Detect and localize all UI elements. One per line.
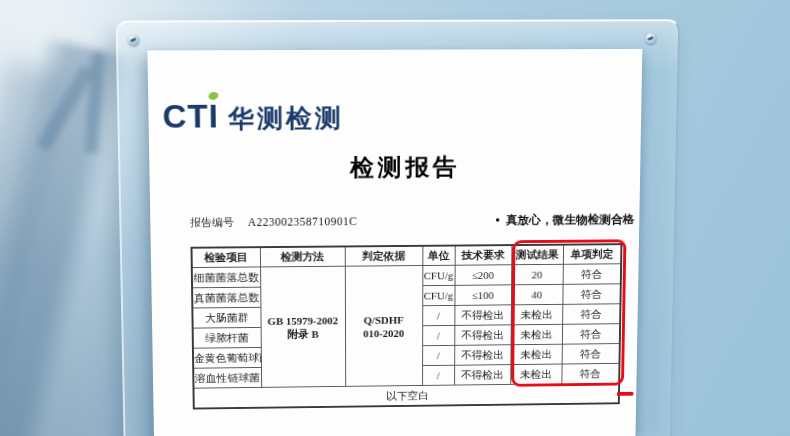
red-dash-mark — [617, 392, 633, 396]
screw-icon — [128, 35, 139, 46]
cell-unit: / — [422, 365, 454, 385]
cell-requirement: ≤100 — [454, 285, 511, 306]
cell-requirement: 不得检出 — [454, 365, 510, 385]
column-header: 检测方法 — [260, 246, 345, 266]
cell-basis-line: Q/SDHF — [345, 312, 421, 326]
cell-result: 20 — [511, 264, 563, 285]
cell-unit: CFU/g — [422, 285, 454, 305]
cell-result: 40 — [511, 284, 563, 305]
cell-item: 金黄色葡萄球菌 — [193, 347, 261, 368]
report-number-label: 报告编号 — [190, 216, 234, 228]
column-header: 判定依据 — [345, 246, 423, 266]
footer-cell: 以下空白 — [193, 383, 619, 408]
cell-unit: / — [422, 325, 454, 345]
cti-logo-text: CTI — [162, 100, 219, 133]
cell-judgement: 符合 — [561, 363, 619, 383]
cell-result: 未检出 — [510, 364, 561, 384]
cell-item: 大肠菌群 — [192, 307, 260, 328]
cell-judgement: 符合 — [562, 304, 620, 325]
table-body: 细菌菌落总数GB 15979-2002附录 BQ/SDHF010-2020CFU… — [192, 264, 621, 409]
cell-method: GB 15979-2002附录 B — [260, 266, 345, 387]
cell-item: 真菌菌落总数 — [192, 287, 260, 308]
cell-judgement: 符合 — [562, 284, 620, 305]
cell-judgement: 符合 — [562, 324, 620, 344]
cell-method-line: GB 15979-2002 — [261, 313, 345, 327]
cell-item: 细菌菌落总数 — [192, 267, 260, 288]
cell-requirement: 不得检出 — [454, 325, 510, 346]
brand-name: 华测检测 — [228, 105, 344, 131]
cell-basis-line: 010-2020 — [346, 326, 422, 340]
slogan: ●真放心，微生物检测合格 — [495, 211, 635, 228]
cell-unit: / — [422, 305, 454, 325]
report-number-value: A223002358710901C — [248, 215, 358, 227]
cell-result: 未检出 — [511, 324, 563, 344]
column-header: 检验项目 — [192, 247, 261, 267]
footer-row: 以下空白 — [193, 383, 619, 408]
column-header: 单位 — [422, 246, 454, 266]
cell-item: 绿脓杆菌 — [193, 327, 261, 348]
framed-display: CTI 华测检测 检测报告 报告编号A223002358710901C ●真放心… — [0, 0, 786, 427]
cell-judgement: 符合 — [562, 344, 620, 364]
bullet-icon: ● — [495, 215, 500, 224]
report-title: 检测报告 — [149, 151, 640, 185]
column-header: 技术要求 — [455, 245, 512, 265]
cell-result: 未检出 — [511, 304, 563, 324]
column-header: 单项判定 — [563, 244, 622, 264]
cell-requirement: 不得检出 — [454, 305, 511, 326]
column-header: 测试结果 — [511, 245, 563, 265]
cell-judgement: 符合 — [563, 264, 621, 285]
meta-row: 报告编号A223002358710901C ●真放心，微生物检测合格 — [190, 211, 635, 231]
report-number: 报告编号A223002358710901C — [190, 214, 357, 230]
cell-requirement: 不得检出 — [454, 345, 510, 365]
cell-method-line: 附录 B — [261, 327, 344, 341]
result-table: 检验项目检测方法判定依据单位技术要求测试结果单项判定 细菌菌落总数GB 1597… — [190, 243, 622, 409]
scene-wall: CTI 华测检测 检测报告 报告编号A223002358710901C ●真放心… — [0, 0, 790, 436]
cell-result: 未检出 — [510, 344, 561, 364]
acrylic-panel: CTI 华测检测 检测报告 报告编号A223002358710901C ●真放心… — [116, 19, 681, 436]
cell-basis: Q/SDHF010-2020 — [345, 266, 423, 387]
report-paper: CTI 华测检测 检测报告 报告编号A223002358710901C ●真放心… — [147, 49, 642, 436]
cti-logo: CTI 华测检测 — [162, 99, 343, 132]
cell-item: 溶血性链球菌 — [193, 367, 261, 388]
screw-icon — [645, 33, 656, 44]
slogan-text: 真放心，微生物检测合格 — [506, 212, 635, 226]
cell-unit: / — [422, 345, 454, 365]
cell-unit: CFU/g — [422, 265, 454, 285]
cti-letters: CTI — [162, 98, 219, 135]
cell-requirement: ≤200 — [455, 265, 512, 286]
